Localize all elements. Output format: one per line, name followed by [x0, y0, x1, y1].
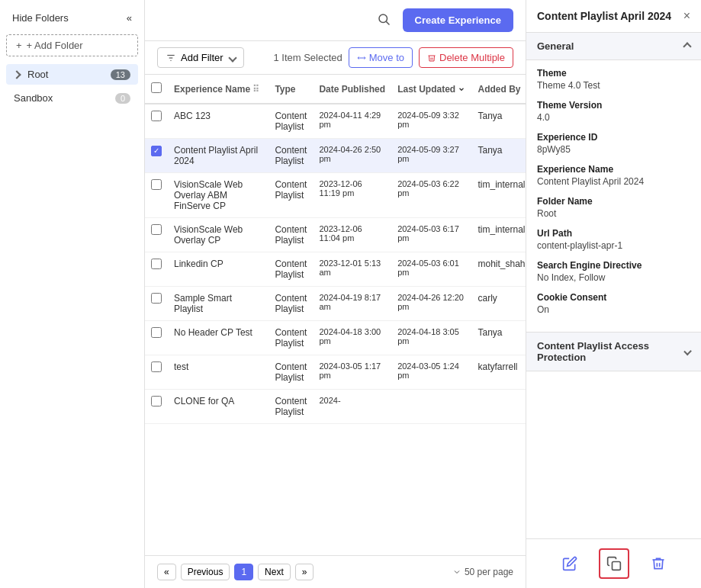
field-themeVersion: Theme Version4.0	[537, 100, 690, 123]
cell-type: Content Playlist	[269, 321, 313, 355]
table-row: No Header CP TestContent Playlist2024-04…	[145, 321, 526, 355]
left-sidebar: Hide Folders « + + Add Folder Root 13 Sa…	[0, 0, 145, 588]
edit-button[interactable]	[556, 550, 584, 577]
table-container: Experience Name ⠿ Type Date Published La…	[145, 75, 526, 555]
cell-datePublished: 2024-04-11 4:29 pm	[313, 104, 391, 139]
svg-line-1	[386, 21, 389, 24]
cell-lastUpdated: 2024-04-18 3:05 pm	[391, 321, 471, 355]
delete-multiple-button[interactable]: Delete Multiple	[419, 47, 513, 68]
panel-header: Content Playlist April 2024 ×	[526, 0, 701, 33]
field-label-urlPath: Url Path	[537, 228, 690, 239]
field-folderName: Folder NameRoot	[537, 196, 690, 219]
cell-type: Content Playlist	[269, 173, 313, 218]
select-all-checkbox[interactable]	[151, 82, 162, 93]
experiences-table: Experience Name ⠿ Type Date Published La…	[145, 75, 526, 424]
cell-addedBy: Tanya	[471, 321, 526, 355]
main-content: Create Experience Add Filter 1 Item Sele…	[145, 0, 526, 588]
field-value-urlPath: content-playlist-apr-1	[537, 240, 690, 251]
access-protection-section-header[interactable]: Content Playlist Access Protection	[526, 332, 701, 371]
cell-name: Content Playlist April 2024	[168, 139, 269, 173]
copy-button[interactable]	[599, 548, 629, 579]
row-checkbox[interactable]	[151, 327, 162, 338]
hide-folders-button[interactable]: Hide Folders «	[6, 9, 138, 27]
general-section-chevron	[683, 42, 691, 50]
cell-datePublished: 2023-12-06 11:19 pm	[313, 173, 391, 218]
panel-close-button[interactable]: ×	[683, 9, 690, 23]
add-filter-button[interactable]: Add Filter	[157, 47, 244, 68]
cell-type: Content Playlist	[269, 218, 313, 252]
cell-type: Content Playlist	[269, 390, 313, 424]
row-checkbox[interactable]	[151, 259, 162, 269]
folder-badge-sandbox: 0	[115, 93, 130, 104]
cell-addedBy: tim_internal	[471, 173, 526, 218]
sort-desc-icon	[458, 85, 465, 93]
general-section-label: General	[537, 40, 574, 52]
folder-name-root: Root	[27, 69, 48, 80]
field-experienceId: Experience ID8pWy85	[537, 132, 690, 155]
field-label-experienceName: Experience Name	[537, 164, 690, 175]
first-page-button[interactable]: «	[157, 564, 176, 580]
cell-addedBy: tim_internal	[471, 218, 526, 252]
add-filter-label: Add Filter	[181, 52, 223, 63]
table-row: ABC 123Content Playlist2024-04-11 4:29 p…	[145, 104, 526, 139]
general-section-header[interactable]: General	[526, 33, 701, 60]
general-section-content: ThemeTheme 4.0 TestTheme Version4.0Exper…	[526, 60, 701, 332]
row-checkbox-checked[interactable]	[151, 146, 162, 156]
field-label-theme: Theme	[537, 68, 690, 79]
row-checkbox[interactable]	[151, 361, 162, 372]
row-checkbox[interactable]	[151, 224, 162, 235]
col-header-last-updated[interactable]: Last Updated	[391, 75, 471, 104]
field-value-searchEngineDirective: No Index, Follow	[537, 272, 690, 283]
page-1-button[interactable]: 1	[234, 564, 253, 580]
hide-folders-label: Hide Folders	[12, 12, 69, 24]
delete-button[interactable]	[645, 550, 672, 577]
cell-lastUpdated: 2024-05-09 3:32 pm	[391, 104, 471, 139]
move-to-label: Move to	[369, 52, 404, 63]
cell-lastUpdated: 2024-05-09 3:27 pm	[391, 139, 471, 173]
create-experience-button[interactable]: Create Experience	[403, 8, 513, 32]
toolbar: Add Filter 1 Item Selected Move to Delet…	[145, 41, 526, 75]
row-checkbox[interactable]	[151, 396, 162, 406]
drag-icon-name: ⠿	[252, 84, 259, 95]
cell-name: test	[168, 355, 269, 390]
cell-lastUpdated: 2024-05-03 6:01 pm	[391, 252, 471, 287]
top-bar-right: Create Experience	[372, 8, 513, 33]
cell-addedBy: Tanya	[471, 139, 526, 173]
delete-icon	[427, 53, 436, 63]
cell-name: Linkedin CP	[168, 252, 269, 287]
trash-icon	[651, 556, 666, 571]
cell-datePublished: 2024-	[313, 390, 391, 424]
row-checkbox[interactable]	[151, 179, 162, 190]
folder-item-root[interactable]: Root 13	[6, 64, 138, 85]
field-label-themeVersion: Theme Version	[537, 100, 690, 111]
top-bar: Create Experience	[145, 0, 526, 41]
add-folder-label: + Add Folder	[27, 40, 83, 51]
folder-item-sandbox[interactable]: Sandbox 0	[6, 88, 138, 108]
cell-type: Content Playlist	[269, 287, 313, 321]
field-experienceName: Experience NameContent Playlist April 20…	[537, 164, 690, 187]
pagination-controls: « Previous 1 Next »	[157, 564, 314, 580]
cell-name: CLONE for QA	[168, 390, 269, 424]
row-checkbox[interactable]	[151, 293, 162, 304]
table-row: Linkedin CPContent Playlist2023-12-01 5:…	[145, 252, 526, 287]
table-row: VisionScale Web Overlay ABM FinServe CPC…	[145, 173, 526, 218]
filter-icon	[166, 53, 176, 63]
move-to-button[interactable]: Move to	[349, 47, 413, 68]
pagination-bar: « Previous 1 Next » 50 per page	[145, 555, 526, 588]
table-row: Sample Smart PlaylistContent Playlist202…	[145, 287, 526, 321]
add-folder-button[interactable]: + + Add Folder	[6, 34, 138, 56]
cell-datePublished: 2024-04-19 8:17 am	[313, 287, 391, 321]
chevron-down-icon	[228, 53, 236, 62]
cell-lastUpdated: 2024-03-05 1:24 pm	[391, 355, 471, 390]
per-page-selector: 50 per page	[452, 567, 513, 577]
search-button[interactable]	[372, 8, 395, 33]
table-row: testContent Playlist2024-03-05 1:17 pm20…	[145, 355, 526, 390]
svg-rect-6	[612, 562, 620, 570]
last-page-button[interactable]: »	[295, 564, 314, 580]
next-page-button[interactable]: Next	[258, 564, 291, 580]
cell-addedBy: mohit_shah	[471, 252, 526, 287]
move-icon	[357, 53, 366, 63]
row-checkbox[interactable]	[151, 111, 162, 121]
cell-datePublished: 2024-04-18 3:00 pm	[313, 321, 391, 355]
previous-page-button[interactable]: Previous	[181, 564, 230, 580]
